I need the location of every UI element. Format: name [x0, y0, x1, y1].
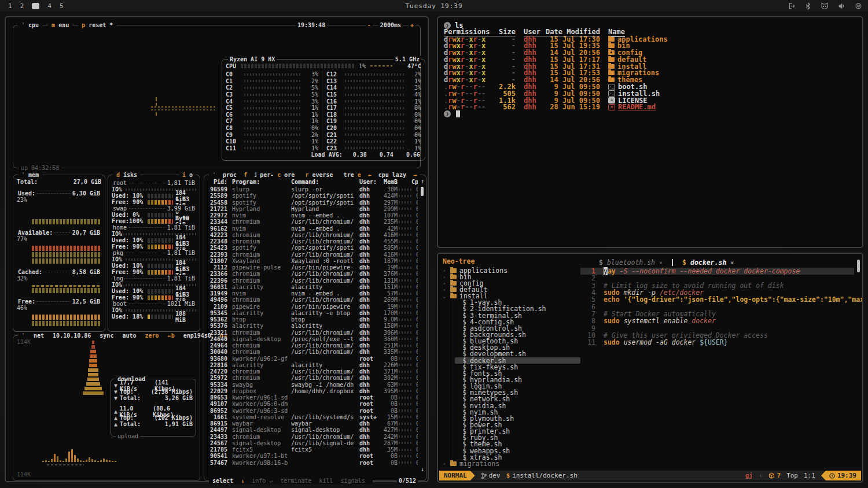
proc-row[interactable]: 86915waybarwaybardhh67M0.0: [207, 420, 418, 427]
neo-tree-install-children: $1-yay.sh$2-identification.sh$3-terminal…: [451, 300, 580, 461]
clock-icon: [829, 473, 835, 479]
proc-row[interactable]: 25458spotify/opt/spotify/spotidhh297M0.2: [207, 199, 418, 206]
interval-plus-button[interactable]: +: [409, 22, 415, 28]
proc-row[interactable]: 23344chromium/usr/lib/chromium/dhh235M0.…: [207, 219, 418, 225]
proc-header-row[interactable]: Pid: Program: Command: User: MemB Cpu%: [207, 179, 418, 185]
proc-row[interactable]: 24567signal-desktop/usr/lib/signal-dedhh…: [207, 440, 418, 446]
proc-row[interactable]: 30040chromium/usr/lib/chromium/dhh335M0.…: [207, 349, 418, 355]
proc-row[interactable]: 57467kworker/u98:16-broot0B0.0: [207, 460, 418, 466]
settings-icon[interactable]: [855, 2, 862, 10]
proc-row[interactable]: 95334swaybgswaybg -i /home/dhdhh63M0.0: [207, 382, 418, 388]
proc-row[interactable]: 49496chromium/usr/lib/chromium/dhh269M0.…: [207, 297, 418, 303]
diagnostic-indicator: gj: [745, 472, 753, 479]
net-panel-title: 'net10.10.10.86syncautozero←benp194s0n→: [18, 332, 236, 339]
proc-row[interactable]: 90541kworker/u97:1-btroot0B0.0: [207, 453, 418, 459]
proc-row[interactable]: 1661systemd-resolve/usr/lib/systemd/ssys…: [207, 414, 418, 420]
disk-entry-home: home1,81 TiB: [112, 224, 196, 231]
core-row-C11: C111%: [226, 145, 318, 152]
proc-row[interactable]: 22396chromium/usr/lib/chromium/dhh131M0.…: [207, 278, 418, 284]
proc-footer-actions[interactable]: select↓info ↵terminatekillsignals: [209, 478, 373, 484]
cat-icon[interactable]: [821, 2, 829, 10]
cpu-total-meter: [241, 64, 354, 68]
tab-bluetooth.sh[interactable]: $bluetooth.sh×: [594, 258, 667, 267]
neo-tree-panel: Neo-tree ›applications›bin›config›defaul…: [443, 257, 580, 467]
proc-row[interactable]: 22972nvimnvim --embed .dhh107M0.0: [207, 212, 418, 219]
proc-row[interactable]: 22393chromium/usr/lib/chromium/dhh416M0.…: [207, 252, 418, 258]
proc-scrollbar-thumb[interactable]: [421, 187, 424, 196]
bluetooth-icon[interactable]: [805, 2, 811, 10]
bufferline: $bluetooth.sh×$docker.sh×: [594, 258, 738, 267]
proc-row[interactable]: 22029dropbox/home/dhh/.dropboxdhh395M0.0: [207, 388, 418, 394]
proc-row[interactable]: 21807XwaylandXwayland :0 -rootldhh187M0.…: [207, 258, 418, 264]
proc-row[interactable]: 22348chromium/usr/lib/chromium/dhh455M0.…: [207, 238, 418, 245]
proc-row[interactable]: 22816alacrittyalacrittydhh226M0.0: [207, 362, 418, 368]
disks-io-toggle[interactable]: io: [179, 172, 196, 178]
disk-entry-swap: swap3,99 GiB: [112, 205, 196, 212]
proc-row[interactable]: 24640signal-desktop/proc/self/exe --tdhh…: [207, 336, 418, 342]
cpu-panel-title: 'cpu: [18, 22, 42, 28]
disks-panel-title: disks: [113, 172, 141, 178]
mem-stat-free: Free:12,5 GiB: [17, 298, 101, 305]
folder-icon: [450, 294, 457, 298]
proc-row[interactable]: 95362btopbtopdhh9.0M0.0: [207, 316, 418, 323]
proc-row[interactable]: 23366chromium/usr/lib/chromium/dhh376M0.…: [207, 271, 418, 277]
cpu-frequency: 5.1 GHz: [393, 56, 421, 62]
neo-tree-trailing-items: ›migrations: [443, 460, 580, 467]
proc-row[interactable]: 21785fcitx5fcitx5dhh35M0.0: [207, 446, 418, 453]
proc-row[interactable]: 23321chromium/usr/lib/chromium/dhh306M0.…: [207, 330, 418, 336]
tab-close-icon[interactable]: ×: [730, 260, 734, 266]
tree-item-migrations[interactable]: ›migrations: [443, 460, 580, 467]
proc-row[interactable]: 89653kworker/u96:1-sdroot0B0.0: [207, 394, 418, 401]
load-avg-row: Load AVG: 0.380.740.66: [226, 151, 420, 158]
tab-docker.sh[interactable]: $docker.sh×: [678, 258, 738, 267]
proc-row[interactable]: 2109pipewire/usr/bin/pipewiredhh19M0.0: [207, 304, 418, 310]
proc-row[interactable]: 21721HyprlandHyprlanddhh299M0.1: [207, 206, 418, 212]
package-icon: [768, 472, 775, 479]
folder-icon: [608, 64, 615, 69]
proc-row[interactable]: 24720chromium/usr/lib/chromium/dhh371M0.…: [207, 368, 418, 375]
current-file: $ install/docker.sh: [506, 472, 578, 479]
ls-output: drwxr-xr-x-dhh15 Jul 17:30applicationsdr…: [444, 36, 856, 111]
proc-row[interactable]: 96162nvimnvim --embed .dhh42M0.0: [207, 225, 418, 232]
clock: Tuesday 19:39: [0, 2, 868, 10]
proc-row[interactable]: 96599slurpslurp -ordhh38M0.0: [207, 186, 418, 193]
btop-preset-button[interactable]: preset *: [78, 22, 116, 28]
core-row-C6: C61%: [226, 112, 318, 119]
folder-icon: [608, 50, 615, 55]
proc-row[interactable]: 86952kworker/u96:3-sdroot0B0.0: [207, 408, 418, 414]
proc-row[interactable]: 24964chromium/usr/lib/chromium/dhh251M0.…: [207, 342, 418, 349]
proc-scroll-down-icon[interactable]: ↓: [421, 466, 424, 472]
proc-row[interactable]: 95376alacrittyalacrittydhh158M0.0: [207, 323, 418, 329]
system-tray: [788, 0, 862, 12]
proc-row[interactable]: 93680kworker/u96:2-gfroot0B0.0: [207, 356, 418, 362]
proc-row[interactable]: 2112pipewire-pulse/usr/bin/pipewire-dhh1…: [207, 264, 418, 271]
proc-row[interactable]: 31949nvimnvim --embed .dhh57M0.0: [207, 290, 418, 297]
volume-icon[interactable]: [838, 2, 845, 10]
logout-icon[interactable]: [788, 2, 796, 10]
proc-row[interactable]: 23433chromium/usr/lib/chromium/dhh242M0.…: [207, 434, 418, 440]
editor-scrollbar-thumb[interactable]: [857, 260, 860, 272]
proc-row[interactable]: 49107kworker/u96:0-dmroot0B0.0: [207, 401, 418, 407]
proc-row[interactable]: 25972chromium/usr/lib/chromium/dhh302M0.…: [207, 375, 418, 381]
mem-panel-title: 'mem: [18, 172, 42, 178]
core-row-C10: C101%: [226, 138, 318, 145]
core-row-C7: C71%: [226, 118, 318, 125]
proc-row[interactable]: 25423spotify/opt/spotify/spotidhh505M0.0: [207, 245, 418, 251]
editor-buffer[interactable]: 1yay -S --noconfirm --needed docker dock…: [580, 268, 854, 346]
code-line-1: 1yay -S --noconfirm --needed docker dock…: [580, 268, 854, 275]
proc-sort-controls[interactable]: per-core reverse tree ← cpu lazy →: [256, 172, 420, 178]
tab-close-icon[interactable]: ×: [659, 260, 663, 266]
proc-row[interactable]: 95345alacrittyalacritty -e btopdhh170M0.…: [207, 310, 418, 316]
proc-row[interactable]: 25589spotify/opt/spotify/spotidhh424M0.2: [207, 193, 418, 199]
prompt-row-2[interactable]: ❯: [444, 110, 856, 117]
proc-row[interactable]: 96031alacrittyalacrittydhh151M0.0: [207, 284, 418, 290]
mem-stat-total: Total:27,0 GiB: [17, 179, 101, 185]
proc-row[interactable]: 24497signal-desktopsignal-desktopdhh427M…: [207, 427, 418, 433]
btop-menu-button[interactable]: menu: [48, 22, 72, 28]
interval-minus-button[interactable]: -: [366, 22, 373, 28]
neo-tree-root-items: ›applications›bin›config›default⌄install: [443, 267, 580, 300]
proc-scroll-up-icon[interactable]: ↑: [421, 178, 424, 184]
nvim-window: Neo-tree ›applications›bin›config›defaul…: [437, 253, 863, 483]
proc-row[interactable]: 42223chromium/usr/lib/chromium/dhh416M0.…: [207, 232, 418, 238]
download-stats: ▼17,7 KiB/s(141 Kibps)▼Top:(2,38 Mibps)▼…: [114, 382, 193, 401]
